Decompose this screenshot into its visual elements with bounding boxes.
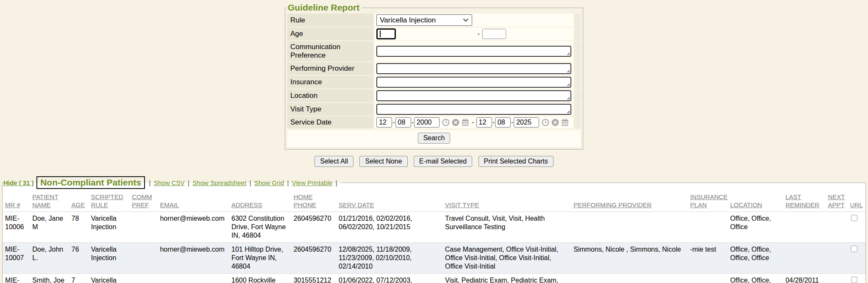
cell-home-phone: 2604596270 — [291, 211, 336, 242]
cell-visit-type: Case Management, Office Visit-Initial, O… — [442, 242, 571, 273]
performing-provider-input[interactable] — [377, 64, 570, 73]
age-to-input[interactable] — [482, 29, 506, 39]
cell-age: 7 — [69, 273, 89, 283]
cell-patient-name: Doe, Jane M — [30, 211, 69, 242]
column-header-insurance-plan[interactable]: INSURANCEPLAN — [687, 192, 727, 211]
service-date-from-year-input[interactable] — [414, 117, 440, 128]
column-header-mr[interactable]: MR # — [3, 192, 30, 211]
clock-icon[interactable] — [541, 118, 550, 127]
resize-grip-icon[interactable] — [567, 97, 570, 100]
cell-home-phone: 3015551212 — [291, 273, 336, 283]
service-date-from-day-input[interactable] — [395, 117, 411, 128]
location-label: Location — [287, 89, 373, 102]
cell-location: Office, Office, Office — [728, 211, 783, 242]
link-separator: | — [287, 179, 289, 186]
cell-age: 76 — [69, 242, 89, 273]
cell-home-phone: 2604596270 — [291, 242, 336, 273]
column-header-visit-type[interactable]: VISIT TYPE — [442, 192, 571, 211]
cell-patient-name: Smith, Joe — [30, 273, 69, 283]
cell-last-reminder — [783, 242, 825, 273]
service-date-to-month-input[interactable] — [476, 117, 492, 128]
link-separator: | — [149, 179, 151, 186]
visit-type-input[interactable] — [377, 105, 570, 114]
clear-icon[interactable] — [551, 118, 559, 127]
column-header-email[interactable]: EMAIL — [157, 192, 229, 211]
column-header-last-reminder[interactable]: LASTREMINDER — [783, 192, 825, 211]
service-date-from-month-input[interactable] — [376, 117, 392, 128]
text-caret — [380, 31, 381, 37]
show-csv-link[interactable]: Show CSV — [154, 179, 185, 186]
date-range-dash: - — [472, 118, 474, 127]
column-header-scripted-rule[interactable]: SCRIPTEDRULE — [89, 192, 129, 211]
service-date-to-group: - - — [476, 117, 570, 128]
column-header-serv-date[interactable]: SERV DATE — [336, 192, 442, 211]
print-selected-charts-button[interactable]: Print Selected Charts — [479, 156, 554, 167]
column-header-comm-pref[interactable]: COMMPREF — [129, 192, 157, 211]
cell-serv-date: 01/06/2022, 07/12/2003, 04/01/2007, 04/0… — [336, 273, 442, 283]
show-grid-link[interactable]: Show Grid — [254, 179, 284, 186]
cell-url — [848, 211, 865, 242]
cell-comm-pref — [129, 211, 157, 242]
row-select-checkbox[interactable] — [851, 215, 857, 221]
row-select-checkbox[interactable] — [851, 246, 857, 252]
cell-performing-provider — [571, 273, 687, 283]
cell-insurance-plan — [687, 273, 727, 283]
resize-grip-icon[interactable] — [567, 52, 570, 55]
resize-grip-icon[interactable] — [567, 83, 570, 86]
report-table: MR #PATIENTNAMEAGESCRIPTEDRULECOMMPREFEM… — [3, 192, 865, 283]
cell-comm-pref — [129, 273, 157, 283]
guideline-report-fieldset: Guideline Report Rule Varicella Injectio… — [285, 3, 583, 150]
column-header-location[interactable]: LOCATION — [728, 192, 783, 211]
column-header-address[interactable]: ADDRESS — [229, 192, 291, 211]
hide-link[interactable]: Hide ( 31 ) — [3, 179, 34, 186]
search-button[interactable]: Search — [418, 133, 451, 144]
select-all-button[interactable]: Select All — [314, 156, 353, 167]
cell-last-reminder: 04/28/2011 — [783, 273, 825, 283]
rule-select[interactable]: Varicella Injection — [376, 14, 472, 26]
age-label: Age — [287, 28, 373, 40]
clock-icon[interactable] — [442, 118, 450, 127]
cell-email: horner@mieweb.com — [157, 242, 229, 273]
rule-label: Rule — [287, 14, 373, 27]
cell-email: horner@mieweb.com — [157, 211, 229, 242]
performing-provider-label: Performing Provider — [287, 62, 373, 75]
spacer-cell — [574, 76, 581, 89]
cell-mr: MIE-10007 — [3, 242, 30, 273]
cell-scripted-rule: Varicella Injection — [89, 211, 129, 242]
resize-grip-icon[interactable] — [567, 110, 570, 113]
show-spreadsheet-link[interactable]: Show Spreadsheet — [192, 179, 246, 186]
patient-row: MIE-10061Smith, Joe7Varicella Injection1… — [3, 273, 865, 283]
patient-row: MIE-10007Doe, John L.76Varicella Injecti… — [3, 242, 865, 273]
clear-icon[interactable] — [451, 118, 460, 127]
calendar-icon[interactable] — [461, 118, 470, 127]
cell-serv-date: 12/08/2025, 11/18/2009, 11/23/2009, 02/1… — [336, 242, 442, 273]
column-header-home-phone[interactable]: HOMEPHONE — [291, 192, 336, 211]
age-from-input[interactable] — [376, 28, 396, 39]
location-input[interactable] — [377, 91, 570, 100]
insurance-label: Insurance — [287, 76, 373, 89]
spacer-cell — [574, 103, 581, 116]
service-date-from-group: - - — [376, 117, 470, 128]
column-header-next-appt[interactable]: NEXTAPPT — [826, 192, 848, 211]
column-header-patient-name[interactable]: PATIENTNAME — [30, 192, 69, 211]
calendar-icon[interactable] — [561, 118, 569, 127]
service-date-to-day-input[interactable] — [495, 117, 511, 128]
email-selected-button[interactable]: E-mail Selected — [414, 156, 472, 167]
link-separator: | — [336, 179, 337, 186]
resize-grip-icon[interactable] — [567, 69, 570, 72]
column-header-performing-provider[interactable]: PERFORMING PROVIDER — [571, 192, 687, 211]
report-header-row: MR #PATIENTNAMEAGESCRIPTEDRULECOMMPREFEM… — [3, 192, 865, 211]
insurance-input[interactable] — [377, 78, 570, 87]
view-printable-link[interactable]: View Printable — [292, 179, 333, 186]
communication-preference-input[interactable] — [377, 47, 570, 56]
service-date-to-year-input[interactable] — [514, 117, 539, 128]
cell-age: 78 — [69, 211, 89, 242]
cell-url — [848, 242, 865, 273]
service-date-label: Service Date — [287, 117, 373, 128]
cell-next-appt — [826, 242, 848, 273]
row-select-checkbox[interactable] — [851, 277, 857, 283]
column-header-url[interactable]: URL — [848, 192, 865, 211]
column-header-age[interactable]: AGE — [69, 192, 89, 211]
cell-mr: MIE-10061 — [3, 273, 30, 283]
select-none-button[interactable]: Select None — [359, 156, 407, 167]
